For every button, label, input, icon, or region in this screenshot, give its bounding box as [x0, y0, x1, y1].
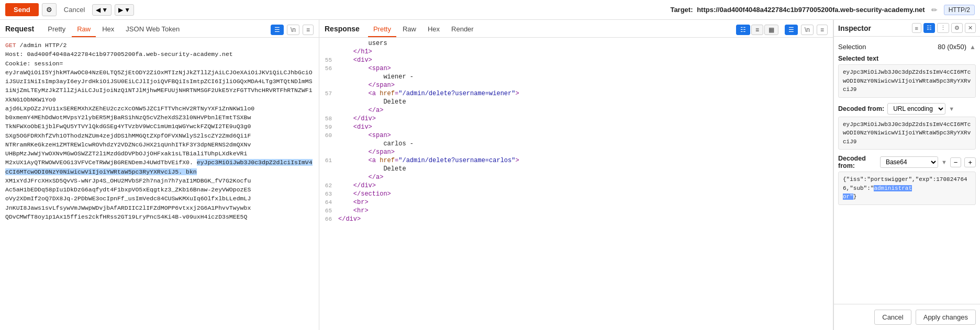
view-wrap-btn[interactable]: ▦	[764, 25, 778, 35]
decoded-url-label: Decoded from:	[838, 105, 884, 112]
code-line: </span>	[319, 149, 833, 157]
selected-text-section: Selected text eyJpc3MiOiJwb3J0c3dpZ2dsIs…	[838, 55, 976, 98]
tab-response-render[interactable]: Render	[446, 23, 479, 37]
request-content[interactable]: GET /admin HTTP/2 Host: 0ad400f4048a4227…	[0, 38, 319, 330]
selection-value: 80 (0x50)	[938, 43, 966, 51]
code-line: 65 <hr>	[319, 207, 833, 215]
http-version-badge[interactable]: HTTP/2	[944, 5, 975, 15]
decoded-base64-header: Decoded from: Base64 URL encoding HTML ▼…	[838, 155, 976, 169]
view-lines-btn[interactable]: ≡	[751, 25, 763, 35]
request-wrap-btn[interactable]: ≡	[303, 25, 314, 35]
decoded-url-select[interactable]: URL encoding Base64 HTML	[887, 103, 945, 115]
chevron-down-b64-icon: ▼	[941, 159, 947, 165]
inspector-cancel-button[interactable]: Cancel	[874, 310, 911, 325]
apply-changes-button[interactable]: Apply changes	[916, 310, 976, 325]
response-tab-icons: ☷ ≡ ▦ ☰ \n ≡	[734, 25, 828, 37]
code-line: 59 <div>	[319, 123, 833, 132]
code-line: </h1>	[319, 48, 833, 56]
tab-response-pretty[interactable]: Pretty	[368, 23, 396, 37]
response-view-group: ☷ ≡ ▦	[736, 25, 778, 35]
decoded-url-text[interactable]: eyJpc3MiOiJwb3J0c3dpZ2dsIsImV4cCI6MTcwOD…	[838, 117, 976, 150]
selection-row: Selection 80 (0x50) ▲	[838, 41, 976, 55]
code-line: 58 </div>	[319, 115, 833, 123]
response-panel-title: Response	[325, 25, 360, 36]
chevron-left-icon: ◀	[96, 6, 101, 14]
response-panel: Response Pretty Raw Hex Render ☷ ≡ ▦ ☰ \…	[319, 20, 833, 330]
decoded-base64-text[interactable]: {"iss":"portswigger","exp":1708247646,"s…	[838, 172, 976, 205]
inspector-close-btn[interactable]: ✕	[965, 23, 976, 33]
tab-response-raw[interactable]: Raw	[397, 23, 421, 37]
tab-request-jwt[interactable]: JSON Web Token	[120, 23, 185, 37]
code-line: 56 <span>	[319, 65, 833, 73]
inspector-icon-group: ≡ ☷ ⋮ ⚙ ✕	[912, 23, 976, 33]
inspector-align-btn[interactable]: ⋮	[937, 23, 949, 33]
request-panel-header: Request Pretty Raw Hex JSON Web Token ☰ …	[0, 20, 319, 38]
tab-request-raw[interactable]: Raw	[72, 23, 96, 37]
code-line: wiener -	[319, 73, 833, 82]
selection-label: Selection	[838, 43, 866, 51]
chevron-down-url-icon: ▼	[949, 106, 954, 112]
target-label: Target: https://0ad400f4048a422784c1b977…	[670, 6, 925, 14]
decode-minus-btn[interactable]: −	[950, 157, 962, 167]
tab-request-hex[interactable]: Hex	[97, 23, 119, 37]
selection-chevron-icon[interactable]: ▲	[970, 43, 976, 51]
response-newline-btn[interactable]: \n	[801, 25, 814, 35]
code-line: </a>	[319, 107, 833, 115]
main-area: Request Pretty Raw Hex JSON Web Token ☰ …	[0, 20, 980, 330]
settings-button[interactable]: ⚙	[42, 3, 57, 16]
request-tab-icons: ☰ \n ≡	[271, 25, 314, 37]
request-tab-bar: Pretty Raw Hex JSON Web Token ☰ \n ≡	[42, 23, 314, 37]
send-button[interactable]: Send	[5, 3, 39, 16]
inspector-panel: Inspector ≡ ☷ ⋮ ⚙ ✕ Selection 80 (0x50) …	[833, 20, 980, 330]
tab-response-hex[interactable]: Hex	[422, 23, 445, 37]
code-line: Delete	[319, 98, 833, 107]
decoded-url-header: Decoded from: URL encoding Base64 HTML ▼	[838, 103, 976, 115]
tab-request-pretty[interactable]: Pretty	[42, 23, 71, 37]
selected-text-box[interactable]: eyJpc3MiOiJwb3J0c3dpZ2dsIsImV4cCI6MTcwOD…	[838, 64, 976, 98]
inspector-view-text-btn[interactable]: ≡	[912, 23, 921, 33]
request-newline-btn[interactable]: \n	[287, 25, 299, 35]
code-line: 60 <span>	[319, 132, 833, 140]
edit-url-icon[interactable]: ✏	[931, 6, 938, 14]
request-panel-title: Request	[5, 25, 34, 36]
response-content[interactable]: users </h1> 55 <div> 56 <span> wiener -	[319, 38, 833, 330]
nav-back-button[interactable]: ◀ ▼	[92, 4, 112, 16]
code-line: 61 <a href="/admin/delete?username=carlo…	[319, 157, 833, 165]
inspector-view-split-btn[interactable]: ☷	[923, 23, 935, 33]
code-line: users	[319, 40, 833, 48]
code-line: 64 <br>	[319, 199, 833, 207]
decoded-base64-label: Decoded from:	[838, 155, 877, 169]
inspector-settings-btn[interactable]: ⚙	[951, 23, 963, 33]
nav-fwd-button[interactable]: ▶ ▼	[115, 4, 134, 16]
request-inline-btn[interactable]: ☰	[271, 25, 284, 35]
code-line: 62 </div>	[319, 182, 833, 190]
chevron-down-icon2: ▼	[124, 6, 130, 14]
response-wrap-btn[interactable]: ≡	[817, 25, 828, 35]
decoded-url-section: Decoded from: URL encoding Base64 HTML ▼…	[838, 103, 976, 150]
selected-text-title: Selected text	[838, 55, 976, 62]
code-line: 57 <a href="/admin/delete?username=wiene…	[319, 90, 833, 98]
code-line: </span>	[319, 82, 833, 90]
code-line: 66 </div>	[319, 215, 833, 224]
inspector-body: Selection 80 (0x50) ▲ Selected text eyJp…	[834, 37, 980, 304]
code-line: carlos -	[319, 140, 833, 149]
inspector-title: Inspector	[838, 24, 912, 32]
request-panel: Request Pretty Raw Hex JSON Web Token ☰ …	[0, 20, 319, 330]
code-line: 63 </section>	[319, 190, 833, 199]
code-line: Delete	[319, 165, 833, 174]
cancel-button[interactable]: Cancel	[60, 4, 89, 16]
code-line: 55 <div>	[319, 56, 833, 65]
decoded-base64-section: Decoded from: Base64 URL encoding HTML ▼…	[838, 155, 976, 205]
inspector-header: Inspector ≡ ☷ ⋮ ⚙ ✕	[834, 20, 980, 37]
decoded-base64-select[interactable]: Base64 URL encoding HTML	[880, 156, 938, 168]
inspector-footer: Cancel Apply changes	[834, 304, 980, 330]
toolbar: Send ⚙ Cancel ◀ ▼ ▶ ▼ Target: https://0a…	[0, 0, 980, 20]
response-inline-btn[interactable]: ☰	[785, 25, 798, 35]
chevron-right-icon: ▶	[118, 6, 123, 14]
response-panel-header: Response Pretty Raw Hex Render ☷ ≡ ▦ ☰ \…	[319, 20, 833, 38]
view-grid-btn[interactable]: ☷	[736, 25, 750, 35]
code-line: </a>	[319, 174, 833, 182]
decode-plus-btn[interactable]: +	[964, 157, 976, 167]
chevron-down-icon: ▼	[102, 6, 108, 14]
response-tab-bar: Pretty Raw Hex Render ☷ ≡ ▦ ☰ \n ≡	[368, 23, 828, 37]
